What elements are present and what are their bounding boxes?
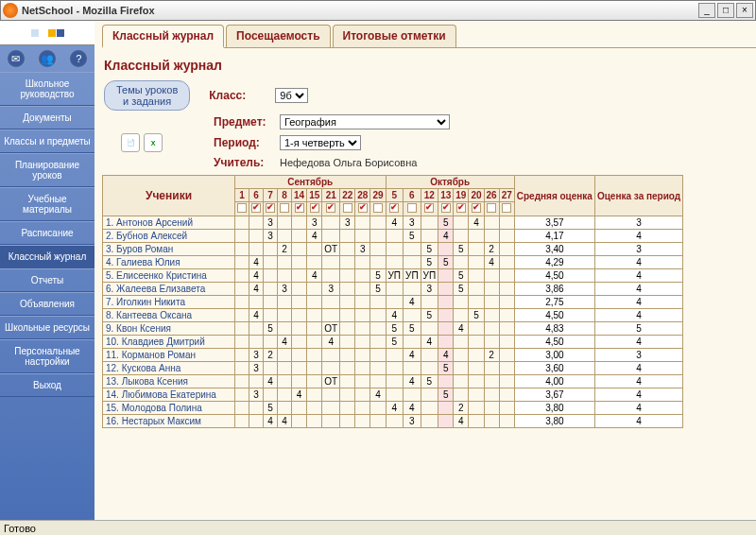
grade-cell[interactable] — [499, 243, 514, 256]
grade-cell[interactable] — [404, 283, 421, 296]
maximize-button[interactable]: □ — [717, 3, 734, 18]
grade-cell[interactable]: 4 — [307, 230, 322, 243]
grade-cell[interactable] — [370, 216, 386, 230]
grade-cell[interactable] — [307, 296, 322, 309]
grade-cell[interactable] — [355, 415, 370, 428]
grade-cell[interactable]: 5 — [438, 256, 454, 269]
col-date[interactable]: 14 — [292, 189, 307, 202]
grade-cell[interactable] — [264, 309, 278, 322]
grade-cell[interactable] — [264, 296, 278, 309]
grade-cell[interactable] — [249, 336, 264, 349]
grade-cell[interactable] — [249, 402, 264, 415]
student-name[interactable]: 1. Антонов Арсений — [103, 216, 235, 230]
student-name[interactable]: 14. Любимова Екатерина — [103, 388, 235, 402]
grade-cell[interactable] — [292, 296, 307, 309]
grade-cell[interactable]: 5 — [469, 309, 484, 322]
col-date[interactable]: 22 — [340, 189, 355, 202]
grade-cell[interactable] — [355, 309, 370, 322]
grade-cell[interactable] — [307, 309, 322, 322]
grade-cell[interactable] — [421, 415, 438, 428]
col-date[interactable]: 6 — [404, 189, 421, 202]
grade-cell[interactable] — [292, 256, 307, 269]
grade-cell[interactable] — [499, 336, 514, 349]
grade-cell[interactable] — [292, 243, 307, 256]
date-checkbox[interactable] — [266, 203, 275, 213]
grade-cell[interactable] — [340, 243, 355, 256]
grade-cell[interactable] — [278, 256, 292, 269]
date-checkbox[interactable] — [389, 203, 399, 213]
grade-cell[interactable] — [292, 269, 307, 283]
grade-cell[interactable]: 2 — [264, 349, 278, 362]
grade-cell[interactable]: 3 — [249, 388, 264, 402]
grade-cell[interactable] — [454, 388, 469, 402]
grade-cell[interactable] — [278, 402, 292, 415]
grade-cell[interactable]: 2 — [484, 243, 499, 256]
grade-cell[interactable]: 4 — [438, 230, 454, 243]
student-name[interactable]: 4. Галиева Юлия — [103, 256, 235, 269]
grade-cell[interactable] — [484, 415, 499, 428]
grade-cell[interactable] — [499, 269, 514, 283]
col-date[interactable]: 7 — [264, 189, 278, 202]
grade-cell[interactable]: 3 — [404, 415, 421, 428]
grade-cell[interactable] — [454, 256, 469, 269]
grade-cell[interactable] — [249, 296, 264, 309]
grade-cell[interactable]: 4 — [249, 309, 264, 322]
grade-cell[interactable] — [235, 349, 249, 362]
grade-cell[interactable] — [307, 362, 322, 375]
grade-cell[interactable] — [454, 309, 469, 322]
grade-cell[interactable] — [249, 415, 264, 428]
date-checkbox[interactable] — [502, 203, 511, 213]
grade-cell[interactable] — [499, 415, 514, 428]
date-checkbox[interactable] — [487, 203, 496, 213]
grade-cell[interactable] — [307, 415, 322, 428]
grade-cell[interactable] — [307, 349, 322, 362]
col-date[interactable]: 12 — [421, 189, 438, 202]
grade-cell[interactable] — [421, 216, 438, 230]
student-name[interactable]: 10. Клавдиев Дмитрий — [103, 336, 235, 349]
grade-cell[interactable] — [499, 375, 514, 388]
grade-cell[interactable] — [264, 388, 278, 402]
topics-button[interactable]: Темы уроков и задания — [104, 80, 190, 111]
grade-cell[interactable] — [292, 375, 307, 388]
grade-cell[interactable] — [292, 216, 307, 230]
grade-cell[interactable] — [421, 388, 438, 402]
subject-select[interactable]: География — [280, 114, 450, 129]
grade-cell[interactable] — [355, 336, 370, 349]
grade-cell[interactable] — [499, 402, 514, 415]
grade-cell[interactable] — [404, 256, 421, 269]
grade-cell[interactable] — [484, 388, 499, 402]
col-date[interactable]: 20 — [469, 189, 484, 202]
grade-cell[interactable]: ОТ — [322, 322, 340, 336]
grade-cell[interactable] — [421, 402, 438, 415]
col-date[interactable]: 19 — [454, 189, 469, 202]
grade-cell[interactable] — [499, 322, 514, 336]
grade-cell[interactable]: 4 — [421, 336, 438, 349]
col-date[interactable]: 6 — [249, 189, 264, 202]
grade-cell[interactable] — [322, 388, 340, 402]
grade-cell[interactable] — [322, 296, 340, 309]
student-name[interactable]: 7. Иголкин Никита — [103, 296, 235, 309]
grade-cell[interactable] — [355, 322, 370, 336]
grade-cell[interactable] — [278, 296, 292, 309]
grade-cell[interactable] — [322, 216, 340, 230]
grade-cell[interactable] — [340, 388, 355, 402]
tab[interactable]: Посещаемость — [226, 25, 330, 47]
date-checkbox[interactable] — [472, 203, 481, 213]
grade-cell[interactable] — [438, 322, 454, 336]
date-checkbox[interactable] — [424, 203, 434, 213]
grade-cell[interactable] — [278, 216, 292, 230]
grade-cell[interactable]: 5 — [438, 388, 454, 402]
grade-cell[interactable] — [235, 336, 249, 349]
grade-cell[interactable] — [249, 375, 264, 388]
grade-cell[interactable]: 5 — [370, 269, 386, 283]
grade-cell[interactable] — [421, 349, 438, 362]
student-name[interactable]: 9. Квон Ксения — [103, 322, 235, 336]
grade-cell[interactable]: 3 — [278, 283, 292, 296]
grade-cell[interactable] — [484, 322, 499, 336]
sidebar-item[interactable]: Персональные настройки — [0, 339, 94, 373]
grade-cell[interactable] — [355, 402, 370, 415]
grade-cell[interactable] — [235, 402, 249, 415]
grade-cell[interactable] — [340, 256, 355, 269]
grade-cell[interactable] — [404, 388, 421, 402]
grade-cell[interactable] — [355, 296, 370, 309]
